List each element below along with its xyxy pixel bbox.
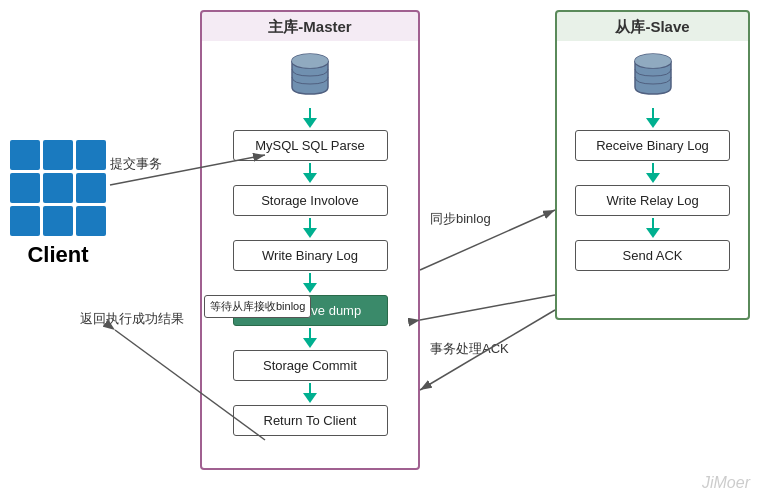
write-binary-log-box: Write Binary Log	[233, 240, 388, 271]
label-sync: 同步binlog	[430, 210, 491, 228]
slave-box: 从库-Slave Receive Binary Log Write Relay …	[555, 10, 750, 320]
master-title: 主库-Master	[202, 12, 418, 41]
return-to-client-box: Return To Client	[233, 405, 388, 436]
slave-db-icon	[628, 49, 678, 102]
label-submit: 提交事务	[110, 155, 162, 173]
storage-commit-box: Storage Commit	[233, 350, 388, 381]
arrow-db-to-parse	[303, 108, 317, 128]
arrow-binary-to-slave	[303, 273, 317, 293]
client-area: Client	[10, 140, 106, 268]
slave-flow: Receive Binary Log Write Relay Log Send …	[557, 41, 748, 271]
arrow-storage-to-binary	[303, 218, 317, 238]
master-db-icon	[285, 49, 335, 102]
arrow-relay-to-ack	[646, 218, 660, 238]
client-icon	[10, 140, 106, 236]
arrow-slave-to-commit	[303, 328, 317, 348]
arrow-parse-to-storage	[303, 163, 317, 183]
label-ack: 事务处理ACK	[430, 340, 509, 358]
watermark: JiMoer	[702, 474, 750, 492]
svg-line-10	[420, 295, 555, 320]
write-relay-log-box: Write Relay Log	[575, 185, 730, 216]
master-flow: MySQL SQL Parse Storage Involove Write B…	[202, 41, 418, 436]
wait-label: 等待从库接收binlog	[204, 295, 311, 318]
label-return: 返回执行成功结果	[80, 310, 184, 328]
svg-point-3	[635, 54, 671, 68]
arrow-commit-to-return	[303, 383, 317, 403]
receive-binary-log-box: Receive Binary Log	[575, 130, 730, 161]
client-label: Client	[10, 242, 106, 268]
slave-title: 从库-Slave	[557, 12, 748, 41]
send-ack-box: Send ACK	[575, 240, 730, 271]
svg-point-1	[292, 54, 328, 68]
storage-involve-box: Storage Involove	[233, 185, 388, 216]
master-box: 主库-Master MySQL SQL Parse Storage Involo…	[200, 10, 420, 470]
arrow-slave-db-to-receive	[646, 108, 660, 128]
mysql-sql-parse-box: MySQL SQL Parse	[233, 130, 388, 161]
arrow-receive-to-relay	[646, 163, 660, 183]
